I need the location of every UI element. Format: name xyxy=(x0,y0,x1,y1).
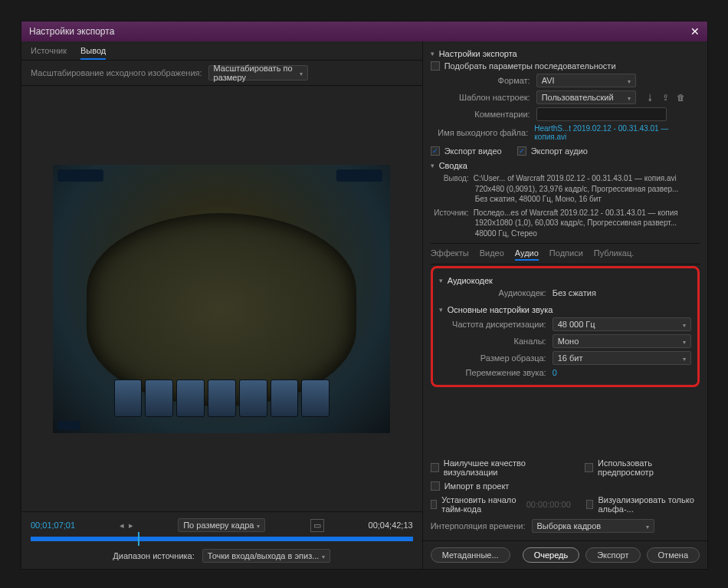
interleave-value[interactable]: 0 xyxy=(553,368,557,377)
cancel-button[interactable]: Отмена xyxy=(647,547,700,563)
chevron-down-icon xyxy=(322,551,325,560)
chevron-down-icon xyxy=(683,353,686,363)
scale-value: Масштабировать по размеру xyxy=(214,64,300,82)
max-quality-checkbox[interactable] xyxy=(431,463,439,472)
timeline: 00;01;07;01 ◂ ▸ По размеру кадра ▭ 00;04… xyxy=(21,511,422,569)
out-timecode[interactable]: 00;04;42;13 xyxy=(369,521,413,530)
aspect-icon[interactable]: ▭ xyxy=(310,519,324,532)
export-audio-checkbox[interactable]: ✓ xyxy=(517,146,526,156)
import-project-label: Импорт в проект xyxy=(444,481,510,491)
format-label: Формат: xyxy=(431,76,530,85)
summary-output-label: Вывод: xyxy=(431,173,469,184)
import-preset-icon[interactable]: ⇪ xyxy=(661,92,671,103)
summary-source-text: Последо...es of Warcraft 2019.02.12 - 00… xyxy=(474,209,678,238)
tab-output[interactable]: Вывод xyxy=(80,46,106,60)
timeline-bar[interactable] xyxy=(31,537,413,541)
export-video-checkbox[interactable]: ✓ xyxy=(431,146,440,156)
fit-value: По размеру кадра xyxy=(183,521,254,530)
sample-size-label: Размер образца: xyxy=(439,353,546,363)
titlebar: Настройки экспорта ✕ xyxy=(21,21,707,41)
sample-rate-label: Частота дискретизации: xyxy=(439,320,546,329)
comments-label: Комментарии: xyxy=(431,110,530,119)
tab-effects[interactable]: Эффекты xyxy=(431,247,469,261)
export-video-label: Экспорт видео xyxy=(444,146,502,156)
tab-audio[interactable]: Аудио xyxy=(515,247,539,261)
settings-panel: ▾Настройки экспорта Подобрать параметры … xyxy=(423,41,707,569)
channels-dropdown[interactable]: Моно xyxy=(553,334,691,348)
use-previews-label: Использовать предпросмотр xyxy=(598,458,700,477)
tab-source[interactable]: Источник xyxy=(31,46,67,60)
video-preview xyxy=(53,165,390,433)
audio-codec-header[interactable]: ▾Аудиокодек xyxy=(439,276,691,285)
channels-label: Каналы: xyxy=(439,337,546,346)
save-preset-icon[interactable]: ⭳ xyxy=(645,92,656,103)
delete-preset-icon[interactable]: 🗑 xyxy=(676,92,687,103)
chevron-down-icon xyxy=(257,521,260,530)
set-start-checkbox[interactable] xyxy=(431,500,438,509)
tab-captions[interactable]: Подписи xyxy=(549,247,583,261)
set-start-label: Установить начало тайм-кода xyxy=(441,495,518,514)
max-quality-label: Наилучшее качество визуализации xyxy=(444,458,569,477)
range-value: Точки входа/выхода в эпиз... xyxy=(208,551,320,560)
scale-label: Масштабирование исходного изображения: xyxy=(31,68,202,77)
import-project-checkbox[interactable] xyxy=(431,481,440,491)
basic-audio-header[interactable]: ▾Основные настройки звука xyxy=(439,305,691,314)
interp-dropdown[interactable]: Выборка кадров xyxy=(532,519,654,533)
audio-codec-value: Без сжатия xyxy=(553,288,596,297)
fit-dropdown[interactable]: По размеру кадра xyxy=(178,518,265,532)
chevron-down-icon xyxy=(683,337,686,346)
output-name-link[interactable]: HearthS...t 2019.02.12 - 00.31.43.01 — к… xyxy=(534,124,700,141)
preset-label: Шаблон настроек: xyxy=(431,93,530,102)
set-start-time: 00:00:00:00 xyxy=(526,500,571,509)
audio-codec-label: Аудиокодек: xyxy=(439,288,546,297)
export-button[interactable]: Экспорт xyxy=(585,547,640,563)
match-sequence-checkbox[interactable] xyxy=(431,61,440,71)
export-settings-header[interactable]: ▾Настройки экспорта xyxy=(431,49,700,58)
tab-video[interactable]: Видео xyxy=(480,247,504,261)
comments-input[interactable] xyxy=(536,107,667,121)
match-sequence-label: Подобрать параметры последовательности xyxy=(444,61,616,71)
use-previews-checkbox[interactable] xyxy=(585,463,593,472)
in-timecode[interactable]: 00;01;07;01 xyxy=(31,521,75,530)
alpha-only-checkbox[interactable] xyxy=(586,500,594,509)
dialog-buttons: Метаданные... Очередь Экспорт Отмена xyxy=(423,540,707,569)
sample-size-dropdown[interactable]: 16 бит xyxy=(553,351,691,365)
audio-settings-highlight: ▾Аудиокодек Аудиокодек: Без сжатия ▾Осно… xyxy=(431,266,700,387)
scale-dropdown[interactable]: Масштабировать по размеру xyxy=(208,65,308,80)
interp-label: Интерполяция времени: xyxy=(431,521,526,531)
chevron-down-icon xyxy=(300,68,303,77)
dialog-title: Настройки экспорта xyxy=(29,26,114,37)
chevron-down-icon xyxy=(646,521,649,531)
metadata-button[interactable]: Метаданные... xyxy=(431,547,510,563)
close-icon[interactable]: ✕ xyxy=(690,25,700,38)
queue-button[interactable]: Очередь xyxy=(523,547,580,563)
chevron-down-icon xyxy=(628,93,631,102)
summary-header[interactable]: ▾Сводка xyxy=(431,161,700,170)
preset-dropdown[interactable]: Пользовательский xyxy=(536,90,636,104)
step-back-icon[interactable]: ◂ xyxy=(120,521,124,531)
chevron-down-icon xyxy=(683,320,686,329)
interleave-label: Перемежение звука: xyxy=(439,368,546,377)
settings-tabs: Эффекты Видео Аудио Подписи Публикац. xyxy=(431,243,700,264)
preview-tabs: Источник Вывод xyxy=(21,41,422,61)
export-audio-label: Экспорт аудио xyxy=(531,146,588,156)
tab-publish[interactable]: Публикац. xyxy=(594,247,634,261)
summary-source-label: Источник: xyxy=(431,208,469,218)
format-dropdown[interactable]: AVI xyxy=(536,74,636,87)
export-settings-dialog: Настройки экспорта ✕ Источник Вывод Масш… xyxy=(21,21,708,570)
step-fwd-icon[interactable]: ▸ xyxy=(129,521,133,531)
chevron-down-icon xyxy=(628,76,631,85)
sample-rate-dropdown[interactable]: 48 000 Гц xyxy=(553,317,691,331)
range-label: Диапазон источника: xyxy=(113,551,194,560)
bottom-options: Наилучшее качество визуализации Использо… xyxy=(423,456,707,540)
alpha-only-label: Визуализировать только альфа-... xyxy=(598,495,700,514)
summary-output-text: C:\User... of Warcraft 2019.02.12 - 00.3… xyxy=(474,174,679,203)
range-dropdown[interactable]: Точки входа/выхода в эпиз... xyxy=(202,549,331,563)
output-name-label: Имя выходного файла: xyxy=(431,128,529,137)
preview-panel: Источник Вывод Масштабирование исходного… xyxy=(21,41,423,569)
